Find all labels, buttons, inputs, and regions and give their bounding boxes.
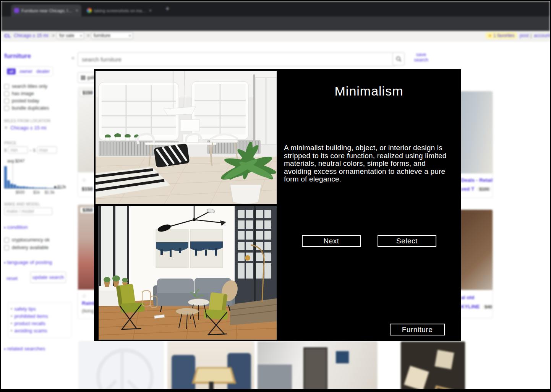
histogram-bar bbox=[19, 186, 22, 188]
favorites-badge[interactable]: ★ 1 favorites bbox=[486, 32, 517, 39]
tab-dealer[interactable]: dealer bbox=[36, 69, 50, 74]
related-searches-link[interactable]: ▸related searches bbox=[4, 346, 45, 352]
photo-detail bbox=[96, 348, 154, 389]
craigslist-logo[interactable]: CL bbox=[4, 33, 11, 39]
histogram-bar bbox=[16, 186, 19, 188]
search-button[interactable] bbox=[392, 52, 405, 66]
price-range-row: $ - $ bbox=[4, 146, 57, 154]
listing-title[interactable]: Deals - Retail bbox=[461, 177, 493, 183]
star-icon: ★ bbox=[488, 33, 492, 38]
checkbox-cryptocurrency-ok[interactable] bbox=[4, 238, 9, 243]
tab-strip: Furniture near Chicago, IL - … × taking … bbox=[1, 1, 550, 16]
miles-filter: ✕Chicago ± 15 mi bbox=[4, 125, 46, 131]
histogram-bar bbox=[35, 188, 37, 188]
average-price-label: avg $247 bbox=[7, 159, 24, 163]
filter-row: cryptocurrency ok bbox=[4, 237, 50, 243]
checkbox-search-titles-only[interactable] bbox=[4, 84, 9, 89]
post-link[interactable]: post bbox=[520, 33, 529, 38]
filter-label: delivery available bbox=[12, 245, 49, 250]
tab-title: Furniture near Chicago, IL - … bbox=[21, 8, 73, 13]
histogram-bar bbox=[4, 166, 7, 188]
checkbox-posted-today[interactable] bbox=[4, 99, 9, 104]
favorite-star-icon[interactable]: ☆ bbox=[82, 177, 87, 183]
photo-detail bbox=[209, 382, 214, 389]
price-max-input[interactable] bbox=[37, 146, 57, 154]
furniture-category-button[interactable]: Furniture bbox=[390, 324, 445, 335]
price-badge: $150 bbox=[80, 90, 95, 96]
location-link[interactable]: Chicago ± 15 mi bbox=[14, 33, 48, 38]
reset-link[interactable]: reset bbox=[6, 275, 18, 281]
site-top-bar: CL Chicago ± 15 mi > for sale > furnitur… bbox=[1, 31, 550, 41]
category-select[interactable]: furniture bbox=[91, 32, 133, 39]
search-input[interactable] bbox=[78, 52, 395, 66]
list-item[interactable]: •avoiding scams bbox=[11, 327, 69, 335]
close-tab-icon[interactable]: × bbox=[149, 8, 152, 13]
account-link[interactable]: account bbox=[534, 33, 550, 38]
photo-detail bbox=[435, 350, 454, 369]
breadcrumb: > bbox=[52, 33, 55, 38]
filter-row: posted today bbox=[4, 98, 39, 104]
list-item[interactable]: •safety tips bbox=[11, 306, 69, 313]
price-min-input[interactable] bbox=[8, 146, 28, 154]
histogram-bar bbox=[50, 188, 53, 188]
save-search-link[interactable]: save search bbox=[413, 52, 429, 63]
price-label: PRICE bbox=[4, 141, 16, 145]
histogram-bar bbox=[23, 186, 25, 188]
histogram-bar bbox=[29, 187, 31, 188]
language-of-posting-link[interactable]: ▸language of posting bbox=[4, 259, 52, 265]
filter-label: search titles only bbox=[12, 84, 47, 89]
checkbox-has-image[interactable] bbox=[4, 91, 9, 96]
photo-detail bbox=[404, 366, 429, 389]
modal-title: Minimalism bbox=[277, 84, 461, 99]
checkbox-bundle-duplicates[interactable] bbox=[4, 106, 9, 111]
next-button[interactable]: Next bbox=[302, 235, 361, 247]
histogram-max-marker[interactable] bbox=[54, 186, 56, 188]
listing-card[interactable] bbox=[257, 341, 378, 389]
browser-tab-furniture[interactable]: Furniture near Chicago, IL - … × bbox=[11, 5, 81, 16]
histogram-max-label: $12k bbox=[57, 185, 66, 189]
collapse-chevron-icon[interactable]: « bbox=[71, 55, 75, 61]
tab-owner[interactable]: owner bbox=[19, 69, 32, 74]
range-separator: - bbox=[29, 147, 31, 154]
browser-tab-screenshots[interactable]: taking screenshots on mac - … × bbox=[84, 5, 155, 16]
update-search-button[interactable]: update search bbox=[30, 272, 66, 283]
tab-all[interactable]: all bbox=[7, 68, 16, 75]
price-histogram-bars bbox=[4, 165, 62, 189]
favorite-star-icon[interactable]: ☆ bbox=[82, 293, 87, 299]
make-model-input[interactable] bbox=[4, 207, 52, 215]
photo-detail bbox=[431, 386, 455, 389]
bullet-icon: • bbox=[11, 306, 12, 312]
for-sale-select[interactable]: for sale bbox=[57, 32, 84, 39]
help-links-box: •safety tips •prohibited items •product … bbox=[8, 302, 71, 338]
style-picker-modal: Minimalism A minimalist building, object… bbox=[94, 69, 461, 341]
condition-link[interactable]: ▸condition bbox=[4, 224, 28, 230]
listing-title[interactable]: ved T$100 bbox=[461, 186, 491, 192]
miles-label: MILES FROM LOCATION bbox=[4, 119, 50, 123]
checkbox-delivery-available[interactable] bbox=[4, 245, 9, 250]
screenshot-frame: Furniture near Chicago, IL - … × taking … bbox=[0, 0, 551, 392]
new-tab-button[interactable]: + bbox=[165, 5, 170, 12]
list-item[interactable]: •prohibited items bbox=[11, 313, 69, 320]
close-tab-icon[interactable]: × bbox=[75, 8, 78, 13]
histogram-bar bbox=[38, 188, 41, 188]
select-button[interactable]: Select bbox=[378, 235, 436, 247]
disclosure-icon: ▸ bbox=[4, 225, 6, 229]
histogram-bar bbox=[44, 188, 47, 188]
remove-icon[interactable]: ✕ bbox=[4, 125, 8, 130]
list-item[interactable]: •product recalls bbox=[11, 320, 69, 327]
photo-detail bbox=[120, 348, 124, 389]
listing-photo bbox=[79, 342, 163, 389]
modal-description: A minimalist building, object, or interi… bbox=[284, 144, 451, 183]
currency-symbol: $ bbox=[33, 148, 35, 152]
listing-title[interactable]: KYLINE$40 bbox=[461, 304, 493, 309]
histogram-bar bbox=[53, 188, 56, 188]
craigslist-favicon bbox=[14, 8, 19, 13]
breadcrumb: > bbox=[87, 33, 89, 38]
histogram-tick: $1k bbox=[33, 190, 40, 194]
listing-card[interactable] bbox=[400, 341, 465, 389]
photo-detail bbox=[303, 347, 327, 389]
listing-card[interactable] bbox=[167, 341, 254, 389]
listing-card[interactable] bbox=[79, 341, 164, 389]
listing-title[interactable]: al old bbox=[461, 295, 474, 300]
miles-value-link[interactable]: Chicago ± 15 mi bbox=[10, 125, 46, 131]
